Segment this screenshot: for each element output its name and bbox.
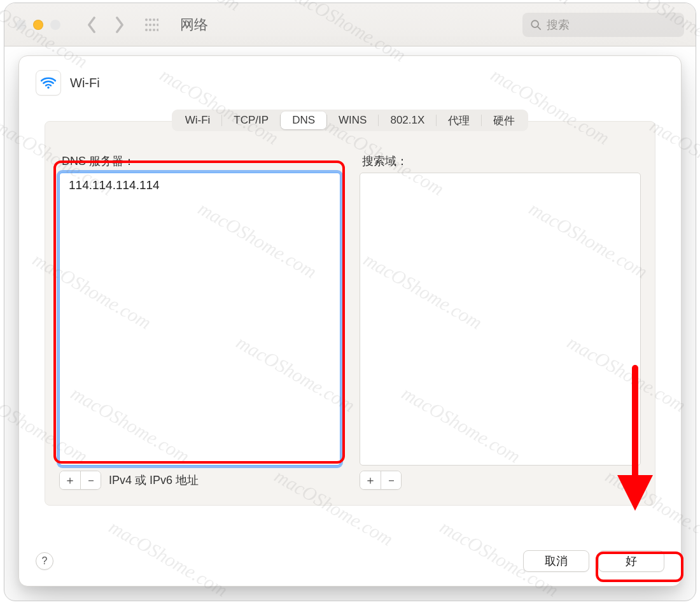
svg-point-9: [149, 29, 151, 31]
chevron-left-icon: [86, 16, 97, 34]
svg-line-13: [538, 27, 540, 29]
tab-dns[interactable]: DNS: [281, 111, 326, 129]
cancel-button[interactable]: 取消: [523, 550, 589, 572]
dns-servers-column: DNS 服务器： 114.114.114.114 ＋ － IPv4 或 IPv6…: [59, 153, 340, 490]
show-all-button[interactable]: [141, 14, 162, 36]
back-button[interactable]: [81, 14, 102, 36]
remove-dns-server-button[interactable]: －: [80, 471, 101, 489]
svg-point-5: [149, 24, 151, 26]
add-dns-server-button[interactable]: ＋: [60, 471, 80, 489]
svg-point-8: [145, 29, 148, 31]
search-input[interactable]: 搜索: [522, 13, 684, 37]
tab-tcpip[interactable]: TCP/IP: [222, 111, 280, 129]
dns-servers-label: DNS 服务器：: [59, 153, 340, 169]
maximize-window-button[interactable]: [50, 20, 60, 30]
svg-point-10: [153, 29, 155, 31]
dns-servers-list[interactable]: 114.114.114.114: [59, 173, 340, 466]
svg-point-3: [157, 18, 158, 21]
tab-8021x[interactable]: 802.1X: [379, 111, 436, 129]
settings-sheet: Wi-Fi Wi-Fi TCP/IP DNS WINS 802.1X 代理 硬件: [18, 55, 682, 587]
search-domains-add-remove: ＋ －: [360, 471, 402, 490]
search-domains-label: 搜索域：: [360, 153, 641, 169]
add-search-domain-button[interactable]: ＋: [360, 471, 381, 489]
window: 网络 搜索 Wi-Fi Wi-Fi: [4, 3, 696, 601]
wifi-icon: [36, 70, 61, 96]
svg-point-7: [157, 24, 158, 26]
search-domains-column: 搜索域： ＋ －: [360, 153, 641, 490]
chevron-right-icon: [114, 16, 125, 34]
search-domains-list[interactable]: [360, 173, 641, 466]
dns-server-row[interactable]: 114.114.114.114: [60, 173, 340, 197]
window-title: 网络: [180, 15, 208, 34]
sheet-header: Wi-Fi: [19, 56, 681, 96]
svg-point-2: [153, 18, 155, 21]
window-controls: [16, 20, 60, 30]
svg-point-14: [47, 87, 49, 89]
grid-icon: [144, 18, 158, 32]
tab-hardware[interactable]: 硬件: [482, 111, 526, 129]
svg-point-4: [145, 24, 148, 26]
search-placeholder: 搜索: [547, 17, 570, 32]
close-window-button[interactable]: [16, 20, 26, 30]
svg-point-12: [531, 20, 538, 27]
dns-servers-add-remove: ＋ －: [59, 471, 101, 490]
help-button[interactable]: ?: [36, 552, 53, 570]
svg-point-0: [145, 18, 148, 21]
svg-point-11: [157, 29, 158, 31]
sheet-footer: ? 取消 好: [19, 539, 681, 586]
forward-button[interactable]: [109, 14, 130, 36]
tab-wins[interactable]: WINS: [327, 111, 378, 129]
tab-proxy[interactable]: 代理: [437, 111, 481, 129]
tab-wifi[interactable]: Wi-Fi: [174, 111, 222, 129]
ok-button[interactable]: 好: [598, 550, 664, 572]
remove-search-domain-button[interactable]: －: [381, 471, 401, 489]
svg-point-6: [153, 24, 155, 26]
svg-point-1: [149, 18, 151, 21]
minimize-window-button[interactable]: [33, 20, 43, 30]
search-icon: [530, 19, 542, 31]
sheet-title: Wi-Fi: [70, 76, 100, 90]
dns-address-hint: IPv4 或 IPv6 地址: [109, 473, 199, 488]
dns-panel: DNS 服务器： 114.114.114.114 ＋ － IPv4 或 IPv6…: [45, 121, 655, 506]
titlebar: 网络 搜索: [4, 3, 696, 46]
